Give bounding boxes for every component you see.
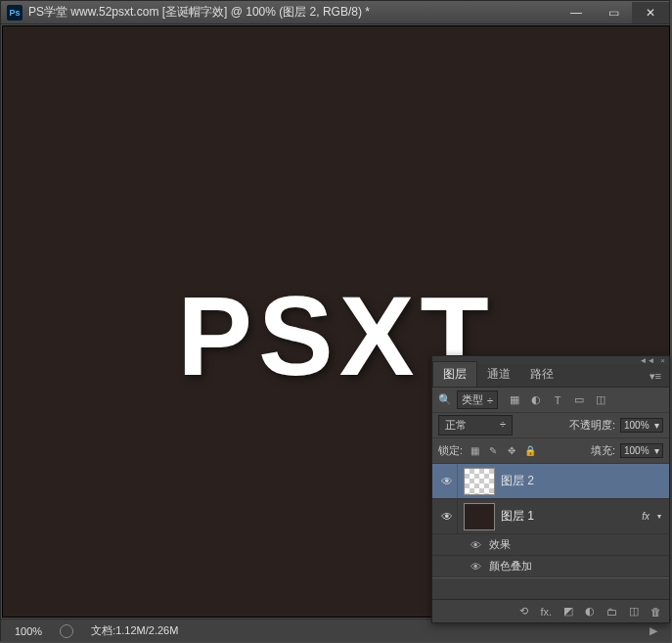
status-indicator-icon <box>60 624 73 638</box>
maximize-button[interactable]: ▭ <box>595 2 632 23</box>
close-button[interactable]: ✕ <box>632 2 669 23</box>
opacity-label: 不透明度: <box>569 418 615 433</box>
opacity-input[interactable]: 100%▾ <box>620 418 663 433</box>
layer-style-icon[interactable]: fx. <box>540 606 552 618</box>
visibility-toggle-icon[interactable]: 👁 <box>466 539 485 551</box>
layer-name[interactable]: 图层 1 <box>501 508 534 525</box>
layer-row[interactable]: 👁 图层 2 <box>432 464 669 499</box>
filter-adjust-icon[interactable]: ◐ <box>528 392 544 408</box>
layer-thumbnail[interactable] <box>464 468 495 495</box>
lock-label: 锁定: <box>438 443 463 458</box>
layers-spacer <box>432 577 669 599</box>
titlebar: Ps PS学堂 www.52psxt.com [圣诞帽字效] @ 100% (图… <box>1 1 669 24</box>
window-title: PS学堂 www.52psxt.com [圣诞帽字效] @ 100% (图层 2… <box>28 4 558 21</box>
filter-text-icon[interactable]: T <box>550 392 565 408</box>
collapse-arrows-icon[interactable]: ◄◄ <box>639 356 654 365</box>
panel-footer: ⟲ fx. ◩ ◐ 🗀 ◫ 🗑 <box>432 599 669 622</box>
fill-label: 填充: <box>591 443 615 458</box>
document-info: 文档:1.12M/2.26M <box>91 623 178 638</box>
blend-mode-select[interactable]: 正常÷ <box>438 415 513 436</box>
visibility-toggle-icon[interactable]: 👁 <box>466 561 485 573</box>
filter-smart-icon[interactable]: ◫ <box>593 392 608 408</box>
panel-menu-icon[interactable]: ▾≡ <box>642 366 669 387</box>
blend-row: 正常÷ 不透明度: 100%▾ <box>432 413 669 438</box>
layer-effects-row[interactable]: 👁 效果 <box>432 534 669 556</box>
adjustment-layer-icon[interactable]: ◐ <box>585 605 595 618</box>
visibility-toggle-icon[interactable]: 👁 <box>436 464 458 498</box>
filter-image-icon[interactable]: ▦ <box>507 392 522 408</box>
panel-close-icon[interactable]: × <box>660 356 665 365</box>
filter-row: 🔍 类型÷ ▦ ◐ T ▭ ◫ <box>432 388 669 413</box>
visibility-toggle-icon[interactable]: 👁 <box>436 499 458 533</box>
layer-group-icon[interactable]: 🗀 <box>606 606 617 618</box>
status-arrow-icon[interactable]: ▶ <box>650 624 657 637</box>
filter-shape-icon[interactable]: ▭ <box>571 392 587 408</box>
layer-row[interactable]: 👁 图层 1 fx ▾ <box>432 499 669 534</box>
lock-pixels-icon[interactable]: ✎ <box>486 444 500 458</box>
collapse-effects-icon[interactable]: ▾ <box>653 512 665 521</box>
lock-transparent-icon[interactable]: ▦ <box>468 444 481 458</box>
lock-position-icon[interactable]: ✥ <box>505 444 518 458</box>
layer-name[interactable]: 图层 2 <box>501 473 534 489</box>
layers-panel: ◄◄ × 图层 通道 路径 ▾≡ 🔍 类型÷ ▦ ◐ T ▭ ◫ 正常÷ 不透明… <box>431 355 670 623</box>
layer-effect-item[interactable]: 👁 颜色叠加 <box>432 556 669 577</box>
delete-layer-icon[interactable]: 🗑 <box>650 606 661 618</box>
layers-list: 👁 图层 2 👁 图层 1 fx ▾ 👁 效果 👁 颜色叠加 <box>432 464 669 599</box>
lock-all-icon[interactable]: 🔒 <box>523 444 537 458</box>
lock-row: 锁定: ▦ ✎ ✥ 🔒 填充: 100%▾ <box>432 438 669 464</box>
tab-paths[interactable]: 路径 <box>520 362 563 387</box>
new-layer-icon[interactable]: ◫ <box>629 605 639 618</box>
minimize-button[interactable]: — <box>558 2 595 23</box>
fill-input[interactable]: 100%▾ <box>620 443 663 458</box>
tab-channels[interactable]: 通道 <box>477 362 520 387</box>
link-layers-icon[interactable]: ⟲ <box>519 605 528 618</box>
filter-type-select[interactable]: 类型÷ <box>457 390 498 409</box>
layer-fx-badge[interactable]: fx <box>642 511 653 522</box>
zoom-level[interactable]: 100% <box>15 625 42 637</box>
effects-label: 效果 <box>489 537 511 552</box>
layer-mask-icon[interactable]: ◩ <box>563 605 573 618</box>
search-icon[interactable]: 🔍 <box>438 393 452 406</box>
tab-layers[interactable]: 图层 <box>432 361 477 387</box>
app-icon: Ps <box>7 5 22 21</box>
effect-color-overlay: 颜色叠加 <box>489 559 532 574</box>
panel-tabs: 图层 通道 路径 ▾≡ <box>432 364 669 388</box>
layer-thumbnail[interactable] <box>464 503 495 530</box>
